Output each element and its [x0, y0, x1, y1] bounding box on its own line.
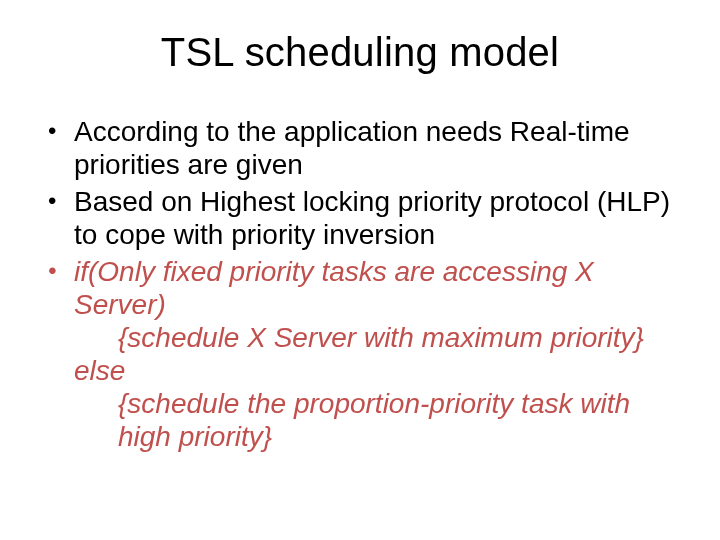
bullet-list: According to the application needs Real-… — [38, 115, 682, 453]
code-line-if: if(Only fixed priority tasks are accessi… — [74, 255, 682, 321]
code-line-then: {schedule X Server with maximum priority… — [74, 321, 682, 354]
slide-title: TSL scheduling model — [38, 30, 682, 75]
bullet-2: Based on Highest locking priority protoc… — [48, 185, 682, 251]
bullet-1-text: According to the application needs Real-… — [74, 116, 630, 180]
bullet-3-code: if(Only fixed priority tasks are accessi… — [48, 255, 682, 453]
bullet-2-text: Based on Highest locking priority protoc… — [74, 186, 670, 250]
bullet-1: According to the application needs Real-… — [48, 115, 682, 181]
code-line-elsebody: {schedule the proportion-priority task w… — [74, 387, 682, 453]
slide: TSL scheduling model According to the ap… — [0, 0, 720, 540]
code-line-else: else — [74, 354, 682, 387]
